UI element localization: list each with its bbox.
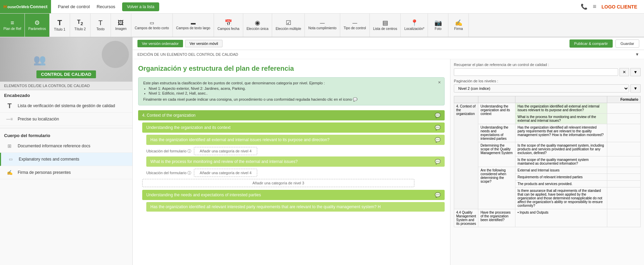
category-level3-2[interactable]: What is the process for monitoring and r… <box>146 156 445 167</box>
firma-icon: ✍ <box>455 20 462 26</box>
toolbar-tipo-control[interactable]: — Tipo de control <box>340 14 370 37</box>
form-item-title-text: Lista de verificación del sistema de ges… <box>18 103 115 108</box>
action-buttons: Publicar & compartir Guardar <box>569 39 639 48</box>
eleccion-multiple-label: Elección múltiple <box>276 27 301 31</box>
recover-clear-btn[interactable]: ✕ <box>620 68 629 76</box>
nota-cumplimiento-icon: — <box>320 20 325 25</box>
toolbar-eleccion-unica[interactable]: ◉ Elección única <box>243 14 272 37</box>
cell-q6: External and Internal issues <box>515 167 607 174</box>
cell-context: 4. Context of the organization <box>454 103 478 209</box>
hamburger-icon[interactable]: ≡ <box>593 3 596 10</box>
version-movil-btn[interactable]: Ver versión móvil <box>185 40 222 47</box>
toolbar-imagen[interactable]: 🖼 Imagen <box>111 14 131 37</box>
comment-icon-level3-1: 💬 <box>435 137 441 143</box>
logo-connect: Connect <box>30 4 48 9</box>
campos-texto-corto-label: Campos de texto corto <box>135 26 169 30</box>
parametros-icon: ⚙ <box>34 20 40 26</box>
lista-centros-icon: ▤ <box>382 20 388 26</box>
tipo-control-label: Tipo de control <box>344 26 366 30</box>
form-item-location[interactable]: —≡ Precise su localización <box>0 113 132 126</box>
campos-texto-corto-icon: ▭ <box>150 20 154 25</box>
cell-q7: Requirements of relevant interested part… <box>515 174 607 181</box>
form-item-location-text: Precise su localización <box>18 117 59 121</box>
form-item-signature[interactable]: ✍ Firma de personas presentes <box>0 166 132 179</box>
add-level3-container: Añadir una categoría de nivel 3 <box>142 179 445 187</box>
section-cuerpo: Cuerpo del formulario <box>0 130 132 139</box>
pagination-expand-btn[interactable]: ▼ <box>630 84 641 93</box>
cell-form1 <box>607 103 641 114</box>
category-level3-3[interactable]: Has the organization identified all rele… <box>146 202 445 212</box>
left-panel-content: Encabezado T Lista de verificación del s… <box>0 90 132 265</box>
toolbar-firma[interactable]: ✍ Firma <box>448 14 469 37</box>
logo-area: H ouseOnWeb Connect <box>0 0 51 13</box>
toolbar-plan-ref[interactable]: ≡ Plan de Ref <box>0 14 25 37</box>
pagination-label: Paginación de los niveles : <box>454 79 641 83</box>
toolbar-parametros[interactable]: ⚙ Parámetros <box>25 14 50 37</box>
cell-understanding: Understanding the organization and its c… <box>478 103 515 124</box>
publish-button[interactable]: Publicar & compartir <box>569 39 613 48</box>
comment-icon-level2-2: 💬 <box>435 192 441 198</box>
recover-input-row: ✕ ▼ <box>454 68 641 76</box>
location-icon: —≡ <box>5 115 14 123</box>
recover-expand-btn[interactable]: ▼ <box>630 68 641 76</box>
recover-label: Recuperar el plan de referencia de un co… <box>454 63 641 67</box>
form-item-ref-docs[interactable]: ⊞ Documented informance reference docs <box>0 139 132 153</box>
category-level3-3-text: Has the organization identified all rele… <box>150 204 381 209</box>
add-cat-level4-btn-2[interactable]: Añadir una categoría de nivel 4 <box>194 169 257 177</box>
table-row: Are the following considered when determ… <box>454 167 641 174</box>
ref-plan-panel: Recuperar el plan de referencia de un co… <box>450 59 644 265</box>
ubicacion-row-2: Ubicación del formulario ⓘ Añadir una ca… <box>146 169 445 177</box>
cell-form2 <box>607 114 641 124</box>
category-level2-2[interactable]: Understanding the needs and expectations… <box>142 190 445 200</box>
comment-icon-level3-2: 💬 <box>435 159 441 164</box>
collapse-icon[interactable]: ▼ <box>635 52 639 57</box>
save-button[interactable]: Guardar <box>615 39 639 48</box>
titulo1-icon: T <box>57 19 62 27</box>
campos-texto-largo-label: Campos de texto largo <box>176 26 211 30</box>
campos-fecha-icon: 📅 <box>225 20 232 26</box>
firma-label: Firma <box>454 27 463 31</box>
form-item-title[interactable]: T Lista de verificación del sistema de g… <box>0 99 132 113</box>
right-top-bar: Ver versión ordenador Ver versión móvil … <box>133 37 644 50</box>
pagination-select[interactable]: Nivel 2 (con índice) <box>454 84 629 93</box>
comment-icon-level2-1: 💬 <box>435 125 441 130</box>
imagen-icon: 🖼 <box>118 20 124 26</box>
add-cat-level3-btn[interactable]: Añadir una categoría de nivel 3 <box>142 179 414 187</box>
editing-header-text: EDICIÓN DE UN ELEMENTO DEL CONTROL DE CA… <box>137 52 238 56</box>
logo-cliente-text: LOGO CLIENTE <box>601 4 637 10</box>
nav-panel-control[interactable]: Panel de control <box>58 4 90 9</box>
nav-recursos[interactable]: Recursos <box>97 4 115 9</box>
toolbar-nota-cumplimiento[interactable]: — Nota cumplimiento <box>305 14 340 37</box>
toolbar-campos-texto-corto[interactable]: ▭ Campos de texto corto <box>131 14 173 37</box>
connect-logo: H ouseOnWeb Connect <box>1 3 50 11</box>
toolbar-titulo2[interactable]: T2 Título 2 <box>70 14 90 37</box>
recover-input[interactable] <box>454 68 618 76</box>
toolbar-eleccion-multiple[interactable]: ☑ Elección múltiple <box>272 14 305 37</box>
category-level3-1[interactable]: Has the organization identified all exte… <box>146 135 445 145</box>
form-item-notes[interactable]: ▭ Explanatory notes and comments <box>0 153 132 166</box>
category-level1[interactable]: 4. Context of the organization 💬 <box>138 110 445 120</box>
cell-following: Are the following considered when determ… <box>478 167 515 209</box>
info-box: ✕ Este plan estructura la clasificación … <box>138 77 445 105</box>
logo-h: H <box>3 4 6 9</box>
toolbar-foto[interactable]: 📷 Foto <box>428 14 448 37</box>
foto-label: Foto <box>435 27 442 31</box>
back-button[interactable]: Volver a la lista <box>122 2 159 11</box>
toolbar-campos-texto-largo[interactable]: ▬ Campos de texto largo <box>173 14 214 37</box>
phone-icon[interactable]: 📞 <box>581 3 588 10</box>
info-box-close[interactable]: ✕ <box>438 80 441 85</box>
toolbar-texto[interactable]: T Texto <box>90 14 111 37</box>
category-level2-1[interactable]: Understanding the organization and its c… <box>142 122 445 133</box>
cell-qms: 4.4 Quality Management System and its pr… <box>454 209 478 227</box>
toolbar-lista-centros[interactable]: ▤ Lista de centros <box>370 14 401 37</box>
version-ordenador-btn[interactable]: Ver versión ordenador <box>137 40 183 47</box>
toolbar-titulo1[interactable]: T Título 1 <box>50 14 70 37</box>
eleccion-unica-icon: ◉ <box>255 20 260 26</box>
cell-q1: Has the organization identified all exte… <box>515 103 607 114</box>
add-cat-level4-btn-1[interactable]: Añadir una categoría de nivel 4 <box>194 147 257 155</box>
toolbar-campos-fecha[interactable]: 📅 Campos fecha <box>214 14 243 37</box>
left-panel-header: ELEMENTOS DEL/DE LA CONTROL DE CALIDAD <box>0 82 132 90</box>
ref-table-col1 <box>454 96 478 103</box>
category-level3-1-text: Has the organization identified all exte… <box>150 137 329 142</box>
toolbar-localizacion[interactable]: 📍 Localización* <box>401 14 428 37</box>
